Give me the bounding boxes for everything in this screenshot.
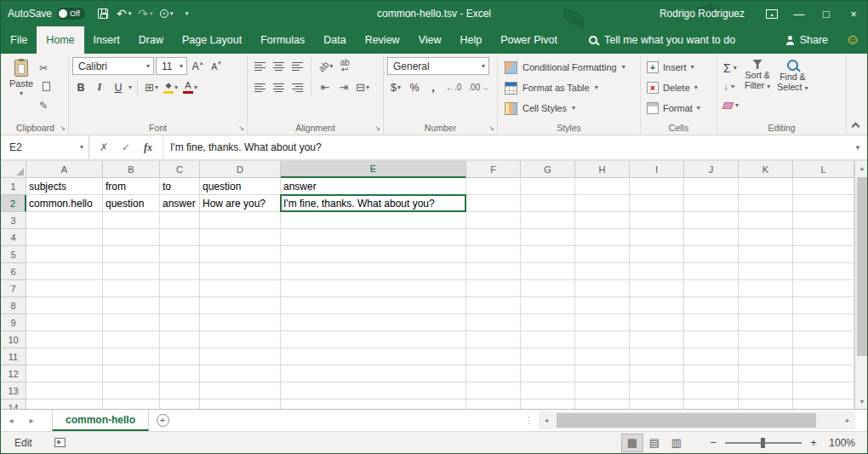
cell-L9[interactable] [793,314,854,331]
find-select-button[interactable]: Find &Select ▾ [774,57,811,120]
cell-I14[interactable] [630,399,684,409]
decrease-indent-button[interactable]: ⇤ [317,78,334,96]
cell-C13[interactable] [160,382,200,399]
cell-I2[interactable] [630,195,684,212]
cell-K13[interactable] [739,382,793,399]
cell-E3[interactable] [281,212,466,229]
top-align-button[interactable] [251,57,268,75]
cell-I13[interactable] [630,382,684,399]
new-sheet-button[interactable]: + [149,410,176,431]
increase-decimal-button[interactable]: ←.0 [443,78,464,96]
cell-H10[interactable] [575,331,630,348]
cell-D13[interactable] [200,382,281,399]
cell-H13[interactable] [575,382,630,399]
cell-F11[interactable] [466,348,521,365]
sheet-tab-common-hello[interactable]: common-hello [52,410,149,431]
cell-F10[interactable] [466,331,521,348]
cell-I7[interactable] [630,280,684,297]
font-name-combo[interactable]: Calibri▾ [72,57,154,75]
cell-C4[interactable] [160,229,200,246]
cell-I6[interactable] [630,263,684,280]
cell-E7[interactable] [281,280,466,297]
cell-C2[interactable]: answer [160,195,200,212]
cell-L4[interactable] [793,229,854,246]
comma-style-button[interactable]: , [425,78,442,96]
cell-E14[interactable] [281,399,466,409]
increase-indent-button[interactable]: ⇥ [335,78,352,96]
cell-I10[interactable] [630,331,684,348]
format-as-table-button[interactable]: Format as Table▾ [501,78,637,98]
alignment-dialog-launcher[interactable]: ↘ [374,125,380,132]
cell-C3[interactable] [160,212,200,229]
cell-I8[interactable] [630,297,684,314]
zoom-in-button[interactable]: + [806,436,821,449]
cell-G9[interactable] [521,314,575,331]
cell-L1[interactable] [793,178,854,195]
scroll-down-button[interactable]: ▾ [855,394,867,409]
cell-I1[interactable] [630,178,684,195]
cell-J5[interactable] [684,246,739,263]
cell-J7[interactable] [684,280,739,297]
cell-L2[interactable] [793,195,854,212]
tab-power-pivot[interactable]: Power Pivot [491,26,567,54]
cell-E10[interactable] [281,331,466,348]
page-break-view-button[interactable]: ▥ [666,434,687,451]
italic-button[interactable]: I [91,78,108,96]
cell-D1[interactable]: question [200,178,281,195]
name-box[interactable]: E2 ▾ [1,135,89,159]
cell-G12[interactable] [521,365,575,382]
cell-L7[interactable] [793,280,854,297]
tab-file[interactable]: File [1,26,37,54]
row-header-8[interactable]: 8 [1,297,26,314]
cell-G13[interactable] [521,382,575,399]
borders-button[interactable]: ⊞▾ [143,78,160,96]
vertical-scrollbar[interactable]: ▴ ▾ [854,161,867,409]
cell-F5[interactable] [466,246,521,263]
row-header-11[interactable]: 11 [1,348,26,365]
cell-A5[interactable] [26,246,103,263]
row-header-6[interactable]: 6 [1,263,26,280]
column-header-G[interactable]: G [521,161,575,178]
cell-L6[interactable] [793,263,854,280]
row-header-14[interactable]: 14 [1,399,26,409]
zoom-level[interactable]: 100% [821,437,855,449]
cell-H6[interactable] [575,263,630,280]
page-layout-view-button[interactable]: ▤ [644,434,665,451]
cell-B5[interactable] [103,246,160,263]
zoom-out-button[interactable]: − [705,436,721,449]
cell-A2[interactable]: common.hello [26,195,103,212]
sheet-nav-right-button[interactable]: ▸ [21,410,42,431]
cell-J1[interactable] [684,178,739,195]
column-header-D[interactable]: D [200,161,281,178]
close-button[interactable]: × [840,1,867,26]
cell-H12[interactable] [575,365,630,382]
sort-filter-button[interactable]: Sort &Filter ▾ [741,57,774,120]
scroll-up-button[interactable]: ▴ [855,161,867,175]
touch-mouse-mode-button[interactable]: ▾ [157,3,175,25]
user-name[interactable]: Rodrigo Rodriguez [660,8,745,20]
number-format-combo[interactable]: General▾ [387,57,489,75]
cell-F1[interactable] [466,178,521,195]
cell-C6[interactable] [160,263,200,280]
cell-A7[interactable] [26,280,103,297]
save-button[interactable] [94,3,112,25]
cell-D9[interactable] [200,314,281,331]
cell-A3[interactable] [26,212,103,229]
cell-J11[interactable] [684,348,739,365]
cell-B9[interactable] [103,314,160,331]
cell-E11[interactable] [281,348,466,365]
horizontal-scrollbar[interactable]: ◂ ▸ [539,411,855,429]
cell-J6[interactable] [684,263,739,280]
row-header-10[interactable]: 10 [1,331,26,348]
cell-K7[interactable] [739,280,793,297]
middle-align-button[interactable] [270,57,287,75]
cell-H5[interactable] [575,246,630,263]
tab-review[interactable]: Review [356,26,409,54]
cell-G14[interactable] [521,399,575,409]
select-all-button[interactable] [1,161,26,178]
cell-B6[interactable] [103,263,160,280]
format-cells-button[interactable]: Format▾ [644,98,713,118]
cell-H9[interactable] [575,314,630,331]
cell-B1[interactable]: from [103,178,160,195]
cell-G2[interactable] [521,195,575,212]
